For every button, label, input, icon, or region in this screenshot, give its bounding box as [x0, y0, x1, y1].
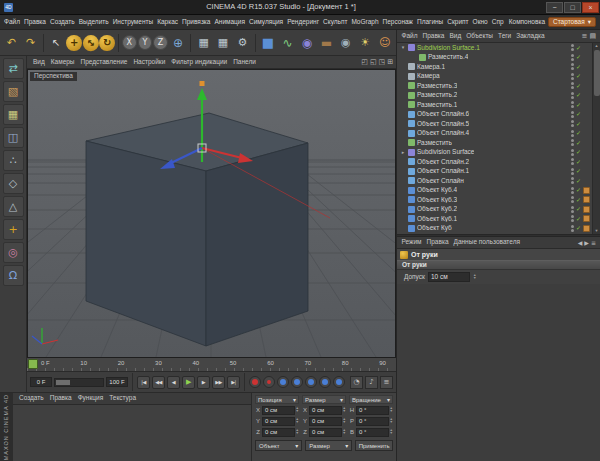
visibility-dots-icon[interactable] — [571, 177, 574, 184]
object-name[interactable]: Разместить.3 — [417, 83, 457, 90]
timeline-option-icon[interactable]: ♪ — [365, 376, 378, 389]
close-button[interactable]: × — [582, 2, 599, 13]
goto-start-button[interactable]: |◀ — [137, 376, 150, 389]
live-selection-icon[interactable]: ↖ — [47, 32, 65, 53]
size-y-field[interactable]: 0 см — [309, 417, 342, 426]
camera-icon[interactable]: ◉ — [337, 32, 355, 53]
stepper-icon[interactable]: ▲▼ — [343, 407, 346, 414]
panel-option-icon[interactable]: ▤ — [589, 33, 596, 40]
coordinate-system-icon[interactable]: ⊕ — [169, 32, 187, 53]
perspective-viewport[interactable]: Перспектива — [27, 69, 396, 358]
object-row[interactable]: Объект Куб.3 ✓ — [397, 195, 592, 205]
visibility-dots-icon[interactable] — [571, 158, 574, 165]
enabled-check-icon[interactable]: ✓ — [576, 102, 581, 108]
enabled-check-icon[interactable]: ✓ — [576, 73, 581, 79]
menu-item[interactable]: Инструменты — [111, 19, 156, 26]
enable-axis-icon[interactable]: + — [3, 219, 24, 240]
visibility-dots-icon[interactable] — [571, 130, 574, 137]
object-name[interactable]: Subdivision Surface — [417, 149, 474, 156]
object-manager-menu-item[interactable]: Файл — [399, 33, 420, 40]
attribute-nav-icon[interactable]: ≡ — [591, 240, 596, 246]
visibility-dots-icon[interactable] — [571, 73, 574, 80]
object-row[interactable]: Камера.1 ✓ — [397, 62, 592, 72]
object-row[interactable]: Камера ✓ — [397, 72, 592, 82]
attribute-manager-tab[interactable]: Данные пользователя — [451, 239, 522, 246]
position-y-field[interactable]: 0 см — [262, 417, 295, 426]
range-slider[interactable] — [54, 378, 104, 387]
object-row[interactable]: ▸ Subdivision Surface ✓ — [397, 148, 592, 158]
add-cube-icon[interactable]: ■ — [259, 32, 277, 53]
object-manager-scrollbar[interactable]: ▲ ▼ — [592, 43, 600, 234]
menu-item[interactable]: Спр — [490, 19, 506, 26]
record-position-toggle[interactable] — [277, 376, 289, 388]
goto-end-button[interactable]: ▶| — [227, 376, 240, 389]
visibility-dots-icon[interactable] — [571, 92, 574, 99]
timeline-playhead[interactable] — [28, 359, 38, 369]
enabled-check-icon[interactable]: ✓ — [576, 197, 581, 203]
stepper-icon[interactable]: ▲▼ — [473, 274, 476, 281]
floor-icon[interactable]: ▬ — [317, 32, 335, 53]
object-name[interactable]: Объект Сплайн.4 — [417, 130, 469, 137]
size-x-field[interactable]: 0 см — [309, 406, 342, 415]
enabled-check-icon[interactable]: ✓ — [576, 206, 581, 212]
record-rotation-toggle[interactable] — [305, 376, 317, 388]
object-name[interactable]: Subdivision Surface.1 — [417, 45, 480, 52]
rotation-h-field[interactable]: 0 ° — [356, 406, 389, 415]
object-name[interactable]: Разместить.1 — [417, 102, 457, 109]
light-icon[interactable]: ☀ — [356, 32, 374, 53]
menu-item[interactable]: Привязка — [180, 19, 212, 26]
enabled-check-icon[interactable]: ✓ — [576, 216, 581, 222]
range-slider-thumb[interactable] — [56, 380, 70, 385]
visibility-dots-icon[interactable] — [571, 149, 574, 156]
object-row[interactable]: Объект Сплайн.4 ✓ — [397, 129, 592, 139]
visibility-dots-icon[interactable] — [571, 54, 574, 61]
enabled-check-icon[interactable]: ✓ — [576, 168, 581, 174]
expand-icon[interactable]: ▸ — [400, 150, 406, 155]
menu-item[interactable]: Скульпт — [321, 19, 349, 26]
enabled-check-icon[interactable]: ✓ — [576, 92, 581, 98]
viewport-layout-icon[interactable]: ◰ — [361, 59, 368, 66]
object-name[interactable]: Объект Сплайн.6 — [417, 111, 469, 118]
texture-tag-icon[interactable] — [583, 196, 590, 203]
object-manager-menu-item[interactable]: Вид — [447, 33, 464, 40]
points-mode-icon[interactable]: ∴ — [3, 150, 24, 171]
model-mode-icon[interactable]: ▧ — [3, 81, 24, 102]
enabled-check-icon[interactable]: ✓ — [576, 159, 581, 165]
edges-mode-icon[interactable]: ◇ — [3, 173, 24, 194]
enabled-check-icon[interactable]: ✓ — [576, 45, 581, 51]
rotation-p-field[interactable]: 0 ° — [356, 417, 389, 426]
scrollbar-thumb[interactable] — [594, 50, 600, 96]
object-manager-menu-item[interactable]: Правка — [420, 33, 447, 40]
rotation-b-field[interactable]: 0 ° — [356, 428, 389, 437]
visibility-dots-icon[interactable] — [571, 206, 574, 213]
object-row[interactable]: Разместить ✓ — [397, 138, 592, 148]
undo-icon[interactable]: ↶ — [2, 32, 20, 53]
visibility-dots-icon[interactable] — [571, 225, 574, 232]
viewport-solo-icon[interactable]: ◎ — [3, 242, 24, 263]
coordinate-mode-dropdown[interactable]: Объект▾ — [255, 440, 302, 451]
object-row[interactable]: Разместить.2 ✓ — [397, 91, 592, 101]
menu-item[interactable]: Рендеринг — [285, 19, 321, 26]
stepper-icon[interactable]: ▲▼ — [390, 418, 393, 425]
object-name[interactable]: Камера.1 — [417, 64, 445, 71]
menu-item[interactable]: Правка — [22, 19, 48, 26]
record-keyframe-button[interactable] — [249, 376, 261, 388]
object-name[interactable]: Объект Сплайн.5 — [417, 121, 469, 128]
enabled-check-icon[interactable]: ✓ — [576, 83, 581, 89]
polygons-mode-icon[interactable]: △ — [3, 196, 24, 217]
maximize-button[interactable]: □ — [564, 2, 581, 13]
enabled-check-icon[interactable]: ✓ — [576, 64, 581, 70]
menu-item[interactable]: MoGraph — [349, 19, 380, 26]
z-axis-lock-icon[interactable]: Z — [153, 35, 168, 50]
timeline-ruler[interactable]: 0 F102030405060708090 — [27, 358, 396, 372]
object-name[interactable]: Объект Куб.4 — [417, 187, 457, 194]
material-menu-item[interactable]: Функция — [75, 395, 107, 402]
object-row[interactable]: Разместить.3 ✓ — [397, 81, 592, 91]
attribute-nav-icon[interactable]: ◀ — [578, 240, 583, 246]
viewport-menu-item[interactable]: Вид — [30, 59, 48, 66]
menu-item[interactable]: Файл — [2, 19, 22, 26]
object-row[interactable]: Объект Сплайн.6 ✓ — [397, 110, 592, 120]
object-name[interactable]: Объект Куб — [417, 225, 452, 232]
visibility-dots-icon[interactable] — [571, 44, 574, 51]
visibility-dots-icon[interactable] — [571, 63, 574, 70]
